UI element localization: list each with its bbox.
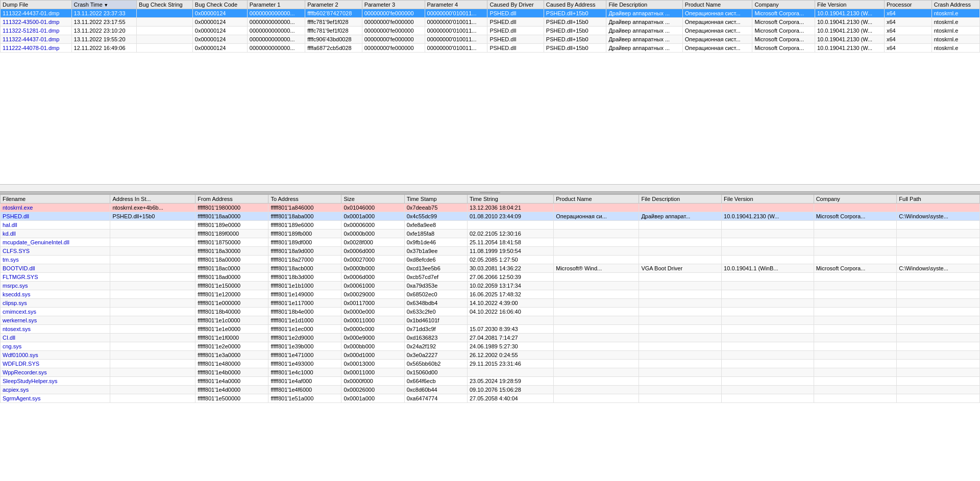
- lower-col-address-in-st[interactable]: Address In St...: [110, 195, 195, 204]
- lower-cell-14-0: ntosext.sys: [1, 325, 110, 334]
- lower-col-file-desc[interactable]: File Description: [639, 195, 722, 204]
- lower-cell-14-3: fffff801'1e1ec000: [268, 325, 341, 334]
- col-file-version[interactable]: File Version: [815, 1, 884, 9]
- lower-cell-3-4: 0x0000b000: [341, 230, 404, 238]
- lower-table-row[interactable]: mcupdate_GenuineIntel.dllfffff801'187500…: [1, 238, 980, 247]
- lower-table-row[interactable]: msrpc.sysfffff801'1e150000fffff801'1e1b1…: [1, 282, 980, 290]
- upper-table-row[interactable]: 111322-43500-01.dmp13.11.2022 23:17:550x…: [1, 18, 980, 27]
- lower-table-row[interactable]: SleepStudyHelper.sysfffff801'1e4a0000fff…: [1, 377, 980, 386]
- lower-cell-17-1: [110, 351, 195, 360]
- upper-cell-4-7: 00000000'010011...: [425, 44, 487, 53]
- lower-col-file-version[interactable]: File Version: [722, 195, 814, 204]
- upper-table-wrapper[interactable]: Dump File Crash Time Bug Check String Bu…: [0, 0, 980, 184]
- lower-col-time-stamp[interactable]: Time Stamp: [404, 195, 467, 204]
- lower-table-row[interactable]: WppRecorder.sysfffff801'1e4b0000fffff801…: [1, 368, 980, 377]
- upper-table-row[interactable]: 111322-51281-01.dmp13.11.2022 23:10:200x…: [1, 27, 980, 35]
- col-processor[interactable]: Processor: [884, 1, 932, 9]
- lower-table-row[interactable]: werkernel.sysfffff801'1e1c0000fffff801'1…: [1, 316, 980, 325]
- lower-cell-15-3: fffff801'1e2d9000: [268, 334, 341, 342]
- lower-table-row[interactable]: CI.dllfffff801'1e1f0000fffff801'1e2d9000…: [1, 334, 980, 342]
- lower-table-row[interactable]: Wdf01000.sysfffff801'1e3a0000fffff801'1e…: [1, 351, 980, 360]
- lower-col-size[interactable]: Size: [341, 195, 404, 204]
- upper-cell-0-0: 111322-44437-01.dmp: [1, 9, 72, 18]
- lower-table-row[interactable]: hal.dllfffff801'189e0000fffff801'189e600…: [1, 221, 980, 230]
- col-param4[interactable]: Parameter 4: [425, 1, 487, 9]
- lower-cell-1-2: fffff801'18aa0000: [195, 212, 268, 221]
- lower-cell-19-4: 0x00011000: [341, 368, 404, 377]
- col-caused-address[interactable]: Caused By Address: [544, 1, 606, 9]
- lower-col-full-path[interactable]: Full Path: [897, 195, 980, 204]
- upper-cell-0-9: PSHED.dll+15b0: [544, 9, 606, 18]
- upper-cell-4-13: 10.0.19041.2130 (W...: [815, 44, 884, 53]
- col-bug-check-code[interactable]: Bug Check Code: [192, 1, 247, 9]
- upper-cell-2-5: ffffc781'9ef1f028: [305, 27, 362, 35]
- col-param3[interactable]: Parameter 3: [362, 1, 425, 9]
- col-file-desc[interactable]: File Description: [606, 1, 682, 9]
- lower-col-to-address[interactable]: To Address: [268, 195, 341, 204]
- col-bug-check-string[interactable]: Bug Check String: [137, 1, 193, 9]
- upper-table-row[interactable]: 111322-44437-01.dmp13.11.2022 23:37:330x…: [1, 9, 980, 18]
- lower-col-filename[interactable]: Filename: [1, 195, 110, 204]
- lower-table-row[interactable]: cng.sysfffff801'1e2e0000fffff801'1e39b00…: [1, 342, 980, 351]
- upper-table-row[interactable]: 111322-44437-01.dmp13.11.2022 19:55:200x…: [1, 35, 980, 44]
- lower-table-row[interactable]: FLTMGR.SYSfffff801'18ad0000fffff801'18b3…: [1, 273, 980, 282]
- lower-cell-12-9: [722, 308, 814, 316]
- col-crash-time[interactable]: Crash Time: [71, 1, 137, 9]
- lower-cell-13-9: [722, 316, 814, 325]
- lower-cell-5-6: 11.08.1999 19:50:54: [467, 247, 553, 256]
- lower-col-from-address[interactable]: From Address: [195, 195, 268, 204]
- lower-cell-11-3: fffff801'1e117000: [268, 299, 341, 308]
- lower-cell-8-11: [897, 273, 980, 282]
- lower-table-row[interactable]: tm.sysfffff801'18a00000fffff801'18a27000…: [1, 256, 980, 264]
- lower-table-row[interactable]: acpiex.sysfffff801'1e4d0000fffff801'1e4f…: [1, 386, 980, 394]
- col-param2[interactable]: Parameter 2: [305, 1, 362, 9]
- lower-table-row[interactable]: ntosext.sysfffff801'1e1e0000fffff801'1e1…: [1, 325, 980, 334]
- lower-table-row[interactable]: kd.dllfffff801'189f0000fffff801'189fb000…: [1, 230, 980, 238]
- upper-hscrollbar[interactable]: [0, 184, 980, 191]
- lower-table-row[interactable]: ksecdd.sysfffff801'1e120000fffff801'1e14…: [1, 290, 980, 299]
- lower-table-row[interactable]: clipsp.sysfffff801'1e000000fffff801'1e11…: [1, 299, 980, 308]
- upper-cell-1-7: 00000000'010011...: [425, 18, 487, 27]
- upper-cell-4-5: ffffa687'2cb5d028: [305, 44, 362, 53]
- upper-cell-3-11: Операционная сист...: [682, 35, 752, 44]
- lower-cell-11-8: [639, 299, 722, 308]
- lower-cell-7-3: fffff801'18acb000: [268, 264, 341, 273]
- col-dump-file[interactable]: Dump File: [1, 1, 72, 9]
- lower-cell-10-7: [554, 290, 639, 299]
- lower-cell-11-2: fffff801'1e000000: [195, 299, 268, 308]
- col-crash-address[interactable]: Crash Address: [932, 1, 979, 9]
- lower-cell-16-3: fffff801'1e39b000: [268, 342, 341, 351]
- lower-table-row[interactable]: BOOTVID.dllfffff801'18ac0000fffff801'18a…: [1, 264, 980, 273]
- lower-cell-19-11: [897, 368, 980, 377]
- lower-table-wrapper[interactable]: Filename Address In St... From Address T…: [0, 194, 980, 481]
- lower-cell-14-8: [639, 325, 722, 334]
- col-company[interactable]: Company: [752, 1, 815, 9]
- upper-cell-3-2: [137, 35, 193, 44]
- lower-table-row[interactable]: WDFLDR.SYSfffff801'1e480000fffff801'1e49…: [1, 360, 980, 368]
- upper-table-row[interactable]: 111222-44078-01.dmp12.11.2022 16:49:060x…: [1, 44, 980, 53]
- upper-cell-4-0: 111222-44078-01.dmp: [1, 44, 72, 53]
- lower-col-product-name[interactable]: Product Name: [554, 195, 639, 204]
- lower-cell-9-7: [554, 282, 639, 290]
- lower-cell-3-6: 02.02.2105 12:30:16: [467, 230, 553, 238]
- lower-cell-15-2: fffff801'1e1f0000: [195, 334, 268, 342]
- lower-table-row[interactable]: PSHED.dllPSHED.dll+15b0fffff801'18aa0000…: [1, 212, 980, 221]
- lower-table-row[interactable]: CLFS.SYSfffff801'18a30000fffff801'18a9d0…: [1, 247, 980, 256]
- lower-cell-10-6: 16.06.2025 17:48:32: [467, 290, 553, 299]
- lower-cell-2-5: 0xfe8a9ee8: [404, 221, 467, 230]
- lower-cell-2-10: [814, 221, 897, 230]
- lower-cell-10-11: [897, 290, 980, 299]
- lower-col-company[interactable]: Company: [814, 195, 897, 204]
- lower-col-time-string[interactable]: Time String: [467, 195, 553, 204]
- lower-cell-14-1: [110, 325, 195, 334]
- lower-table-row[interactable]: ntoskrnl.exentoskrnl.exe+4b6b...fffff801…: [1, 204, 980, 212]
- lower-cell-13-8: [639, 316, 722, 325]
- upper-cell-1-15: ntoskrnl.e: [932, 18, 979, 27]
- col-caused-driver[interactable]: Caused By Driver: [487, 1, 544, 9]
- lower-table-row[interactable]: cmimcext.sysfffff801'18b40000fffff801'18…: [1, 308, 980, 316]
- lower-table-row[interactable]: SgrmAgent.sysfffff801'1e500000fffff801'1…: [1, 394, 980, 403]
- col-param1[interactable]: Parameter 1: [247, 1, 305, 9]
- col-product-name[interactable]: Product Name: [682, 1, 752, 9]
- lower-cell-14-5: 0x71dd3c9f: [404, 325, 467, 334]
- lower-cell-5-2: fffff801'18a30000: [195, 247, 268, 256]
